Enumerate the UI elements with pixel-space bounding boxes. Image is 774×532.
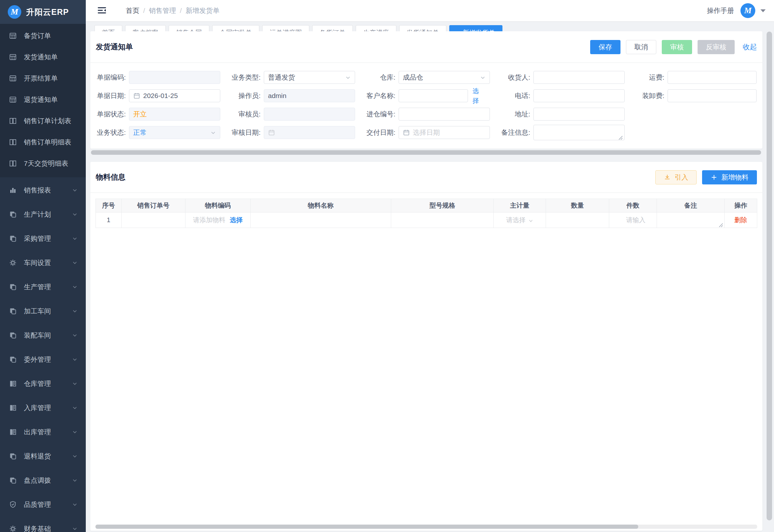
cell-unit[interactable]: 请选择 <box>494 212 546 228</box>
phone-input[interactable] <box>533 89 625 102</box>
audit-date-label: 审核日期: <box>230 128 264 137</box>
help-manual-link[interactable]: 操作手册 <box>707 6 734 15</box>
sidebar-item-production-plan[interactable]: 生产计划 <box>0 202 86 226</box>
chevron-down-icon <box>72 332 78 339</box>
chevron-down-icon <box>528 218 533 223</box>
cell-remark[interactable] <box>657 212 725 228</box>
doc-code-field <box>129 71 220 84</box>
header-actions: 保存 取消 审核 反审核 收起 <box>590 40 757 54</box>
add-material-button[interactable]: 新增物料 <box>702 170 757 184</box>
sidebar-item-processing-workshop[interactable]: 加工车间 <box>0 299 86 323</box>
warehouse-entry-no-input[interactable] <box>399 108 490 121</box>
shield-icon <box>8 500 17 509</box>
sidebar-item-label: 销售订单明细表 <box>24 138 78 147</box>
materials-title: 物料信息 <box>96 172 125 182</box>
sidebar-item-invoice-settlement[interactable]: 开票结算单 <box>0 68 86 89</box>
sidebar-item-sales-report[interactable]: 销售报表 <box>0 178 86 202</box>
chevron-down-icon <box>72 235 78 242</box>
page-vertical-scrollbar-thumb[interactable] <box>767 32 772 520</box>
collapse-form-link[interactable]: 收起 <box>743 42 757 52</box>
sidebar-item-purchase-mgmt[interactable]: 采购管理 <box>0 226 86 251</box>
user-menu-caret-icon[interactable] <box>760 9 766 12</box>
handling-fee-input[interactable] <box>668 89 757 102</box>
address-label: 地址: <box>500 110 533 119</box>
import-button[interactable]: 引入 <box>655 170 697 184</box>
sidebar-item-label: 采购管理 <box>24 234 72 243</box>
sidebar-item-inbound-mgmt[interactable]: 入库管理 <box>0 396 86 420</box>
sidebar-item-delivery-notice[interactable]: 发货通知单 <box>0 46 86 68</box>
app-logo[interactable]: M 升阳云ERP <box>0 0 86 24</box>
sidebar-item-sales-order-plan[interactable]: 销售订单计划表 <box>0 110 86 132</box>
save-button[interactable]: 保存 <box>590 40 620 54</box>
audit-date-field <box>264 126 355 139</box>
delete-row-link[interactable]: 删除 <box>734 216 747 223</box>
customer-label: 客户名称: <box>365 91 399 100</box>
sidebar-item-sales-order-detail[interactable]: 销售订单明细表 <box>0 132 86 153</box>
sidebar-item-return-notice[interactable]: 退货通知单 <box>0 89 86 110</box>
breadcrumb-item: 新增发货单 <box>186 6 220 15</box>
warehouse-select[interactable]: 成品仓 <box>399 71 490 84</box>
sidebar-item-warehouse-mgmt[interactable]: 仓库管理 <box>0 371 86 396</box>
material-select-link[interactable]: 选择 <box>230 216 243 223</box>
biz-type-select[interactable]: 普通发货 <box>264 71 355 84</box>
resize-handle-icon[interactable] <box>718 222 723 227</box>
material-code-placeholder: 请添加物料 <box>193 216 225 223</box>
chevron-down-icon <box>480 74 486 80</box>
sidebar-item-stock-order[interactable]: 备货订单 <box>0 25 86 46</box>
sidebar-item-assembly-workshop[interactable]: 装配车间 <box>0 323 86 347</box>
sidebar-item-material-return[interactable]: 退料退货 <box>0 444 86 468</box>
breadcrumb-item[interactable]: 销售管理 <box>149 6 176 15</box>
doc-code-label: 单据编码: <box>95 73 129 82</box>
breadcrumb: 首页/销售管理/新增发货单 <box>126 6 220 15</box>
biz-type-label: 业务类型: <box>230 73 264 82</box>
sidebar-item-label: 7天交货明细表 <box>24 159 78 168</box>
cancel-button[interactable]: 取消 <box>626 40 656 54</box>
page-vertical-scrollbar <box>767 29 772 529</box>
resize-handle-icon[interactable] <box>618 134 623 139</box>
freight-input[interactable] <box>668 71 757 84</box>
sidebar-item-label: 装配车间 <box>24 331 72 340</box>
breadcrumb-item[interactable]: 首页 <box>126 6 139 15</box>
sidebar-item-finance-basics[interactable]: 财务基础 <box>0 517 86 532</box>
audit-button[interactable]: 审核 <box>662 40 692 54</box>
biz-status-select[interactable]: 正常 <box>129 126 220 139</box>
consignee-input[interactable] <box>533 71 625 84</box>
sidebar-item-workshop-settings[interactable]: 车间设置 <box>0 251 86 275</box>
doc-date-input[interactable]: 2026-01-25 <box>129 89 220 102</box>
reverse-audit-button[interactable]: 反审核 <box>698 40 735 54</box>
phone-label: 电话: <box>500 91 533 100</box>
customer-input[interactable] <box>399 89 468 102</box>
sidebar-item-label: 入库管理 <box>24 403 72 412</box>
chevron-down-icon <box>72 526 78 532</box>
operator-field: admin <box>264 89 355 102</box>
chevron-down-icon <box>72 453 78 459</box>
cell-quantity[interactable] <box>546 212 609 228</box>
sidebar-item-quality-mgmt[interactable]: 品质管理 <box>0 492 86 517</box>
operator-label: 操作员: <box>230 91 264 100</box>
delivery-notice-card: 发货通知单 保存 取消 审核 反审核 收起 单据编码: 业务类型: 普通发货 仓… <box>90 31 762 149</box>
sidebar-item-label: 车间设置 <box>24 258 72 267</box>
cell-material-name <box>251 212 391 228</box>
sidebar-item-label: 生产计划 <box>24 210 72 219</box>
column-header: 主计量 <box>494 199 546 212</box>
materials-table-wrap: 序号销售订单号物料编码物料名称型号规格主计量数量件数备注操作 1 请添加物料选择 <box>90 193 762 228</box>
chevron-down-icon <box>72 260 78 266</box>
table-horizontal-scrollbar-thumb[interactable] <box>95 525 638 529</box>
cell-sales-order[interactable] <box>122 212 185 228</box>
delivery-date-input[interactable]: 选择日期 <box>399 126 490 139</box>
avatar[interactable]: M <box>740 3 755 18</box>
chevron-down-icon <box>72 477 78 484</box>
sidebar-item-seven-day-delivery-detail[interactable]: 7天交货明细表 <box>0 153 86 174</box>
card-header: 发货通知单 保存 取消 审核 反审核 收起 <box>90 31 762 63</box>
form-horizontal-scrollbar-thumb[interactable] <box>91 150 761 155</box>
customer-select-button[interactable]: 选择 <box>471 86 481 105</box>
address-input[interactable] <box>533 108 625 121</box>
sidebar-item-production-mgmt[interactable]: 生产管理 <box>0 275 86 299</box>
sidebar-item-outsourcing-mgmt[interactable]: 委外管理 <box>0 347 86 371</box>
materials-actions: 引入 新增物料 <box>655 170 757 184</box>
cell-pieces[interactable]: 请输入 <box>609 212 657 228</box>
remark-textarea[interactable] <box>533 125 625 140</box>
sidebar-item-stocktake-transfer[interactable]: 盘点调拨 <box>0 468 86 492</box>
sidebar-item-outbound-mgmt[interactable]: 出库管理 <box>0 420 86 444</box>
collapse-sidebar-icon[interactable] <box>97 5 108 16</box>
